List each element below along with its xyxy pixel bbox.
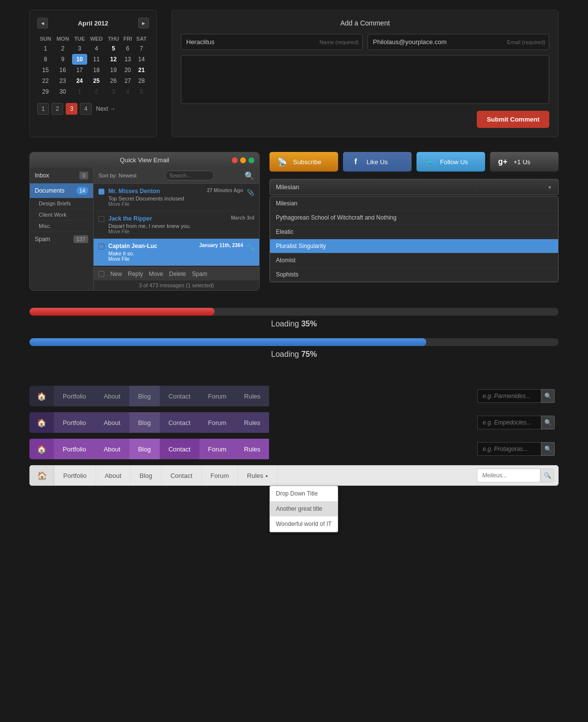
email-checkbox-0[interactable] — [98, 189, 104, 195]
nav-rules-dark[interactable]: Rules — [235, 386, 269, 406]
nav-forum-purple-bright[interactable]: Forum — [199, 439, 236, 459]
inbox-item[interactable]: Inbox 0 — [30, 168, 93, 183]
nav-blog-light[interactable]: Blog — [131, 466, 162, 485]
calendar-day[interactable]: 15 — [37, 65, 54, 75]
subscribe-button[interactable]: 📡 Subscribe — [270, 152, 338, 172]
nav-search-btn-purple-dark[interactable]: 🔍 — [541, 416, 555, 429]
calendar-next-btn[interactable] — [138, 18, 149, 28]
nav-search-input-purple-bright[interactable] — [477, 442, 541, 456]
calendar-day[interactable]: 9 — [54, 54, 72, 65]
calendar-day[interactable]: 12 — [105, 54, 122, 65]
dropdown-item-0[interactable]: Milesian — [270, 197, 558, 211]
email-checkbox-2[interactable] — [98, 244, 104, 249]
dropdown-nav-item-2[interactable]: Another great title — [270, 501, 338, 517]
dropdown-item-2[interactable]: Eleatic — [270, 225, 558, 239]
calendar-day[interactable]: 21 — [134, 65, 149, 75]
spam-email-btn[interactable]: Spam — [192, 271, 207, 277]
page-btn-1[interactable]: 1 — [37, 103, 49, 115]
nav-search-btn-purple-bright[interactable]: 🔍 — [541, 442, 555, 456]
nav-contact-dark[interactable]: Contact — [160, 386, 199, 406]
nav-blog-purple-dark[interactable]: Blog — [129, 412, 160, 433]
nav-portfolio-purple-dark[interactable]: Portfolio — [54, 412, 95, 433]
nav-forum-dark[interactable]: Forum — [199, 386, 236, 406]
calendar-day[interactable]: 17 — [72, 65, 88, 75]
dropdown-item-5[interactable]: Sophists — [270, 268, 558, 282]
nav-rules-purple-dark[interactable]: Rules — [235, 412, 269, 433]
nav-search-btn-light[interactable]: 🔍 — [540, 469, 554, 482]
nav-home-light[interactable]: 🏠 — [30, 466, 54, 485]
documents-folder[interactable]: Documents 14 — [30, 183, 93, 198]
client-work-folder[interactable]: Client Work — [30, 209, 93, 221]
calendar-day[interactable]: 11 — [87, 54, 105, 65]
nav-blog-purple-bright[interactable]: Blog — [129, 439, 160, 459]
pagination-next-btn[interactable]: Next → — [96, 105, 116, 112]
email-search-icon[interactable]: 🔍 — [245, 171, 254, 180]
email-search-input[interactable] — [165, 171, 214, 180]
misc-folder[interactable]: Misc. — [30, 221, 93, 232]
calendar-day[interactable]: 26 — [105, 75, 122, 86]
spam-folder[interactable]: Spam 137 — [30, 232, 93, 247]
calendar-day[interactable]: 10 — [72, 54, 88, 65]
calendar-day[interactable]: 2 — [87, 86, 105, 97]
calendar-day[interactable]: 28 — [134, 75, 149, 86]
calendar-day[interactable]: 18 — [87, 65, 105, 75]
calendar-day[interactable]: 30 — [54, 86, 72, 97]
move-email-btn[interactable]: Move — [149, 271, 163, 277]
close-window-btn[interactable] — [232, 157, 238, 163]
calendar-day[interactable]: 20 — [122, 65, 134, 75]
email-select-all-checkbox[interactable] — [98, 271, 104, 277]
calendar-day[interactable]: 29 — [37, 86, 54, 97]
calendar-day[interactable]: 8 — [37, 54, 54, 65]
calendar-prev-btn[interactable] — [37, 18, 48, 28]
calendar-day[interactable]: 22 — [37, 75, 54, 86]
calendar-day[interactable]: 13 — [122, 54, 134, 65]
page-btn-3[interactable]: 3 — [66, 103, 77, 115]
facebook-button[interactable]: f Like Us — [343, 152, 412, 172]
calendar-day[interactable]: 4 — [87, 43, 105, 54]
dropdown-item-4[interactable]: Atomist — [270, 253, 558, 268]
calendar-day[interactable]: 1 — [72, 86, 88, 97]
email-item-0[interactable]: Mr. Misses Denton27 Minutes AgoTop Secre… — [94, 184, 259, 211]
nav-about-purple-bright[interactable]: About — [95, 439, 129, 459]
email-item-2[interactable]: Captain Jean-LucJanuary 11th, 2364Make i… — [94, 239, 259, 266]
email-checkbox-1[interactable] — [98, 216, 104, 222]
calendar-day[interactable]: 5 — [105, 43, 122, 54]
nav-about-light[interactable]: About — [96, 466, 131, 485]
nav-home-dark[interactable]: 🏠 — [29, 386, 54, 406]
nav-rules-purple-bright[interactable]: Rules — [235, 439, 269, 459]
comment-textarea[interactable] — [181, 55, 549, 104]
calendar-day[interactable]: 5 — [134, 86, 149, 97]
nav-search-input-purple-dark[interactable] — [477, 416, 541, 429]
minimize-window-btn[interactable] — [240, 157, 246, 163]
nav-search-input-dark[interactable] — [477, 389, 541, 403]
email-action-0[interactable]: Move File — [108, 201, 243, 207]
nav-home-purple-bright[interactable]: 🏠 — [29, 439, 54, 459]
email-item-1[interactable]: Jack the RipperMarch 3rdDepart from me, … — [94, 211, 259, 239]
calendar-day[interactable]: 3 — [105, 86, 122, 97]
nav-portfolio-light[interactable]: Portfolio — [54, 466, 96, 485]
new-email-btn[interactable]: New — [110, 271, 122, 277]
nav-forum-light[interactable]: Forum — [202, 466, 239, 485]
nav-search-input-light[interactable] — [477, 469, 540, 482]
calendar-day[interactable]: 19 — [105, 65, 122, 75]
nav-contact-purple-dark[interactable]: Contact — [160, 412, 199, 433]
delete-email-btn[interactable]: Delete — [169, 271, 186, 277]
dropdown-nav-item-1[interactable]: Drop Down Title — [270, 486, 338, 501]
calendar-day[interactable]: 16 — [54, 65, 72, 75]
nav-about-purple-dark[interactable]: About — [95, 412, 129, 433]
calendar-day[interactable]: 7 — [134, 43, 149, 54]
calendar-day[interactable]: 24 — [72, 75, 88, 86]
dropdown-item-1[interactable]: Pythagorean School of Witchcraft and Not… — [270, 211, 558, 225]
calendar-day[interactable]: 1 — [37, 43, 54, 54]
email-action-2[interactable]: Move File — [108, 256, 243, 262]
calendar-day[interactable]: 4 — [122, 86, 134, 97]
dropdown-item-3[interactable]: Pluralist Singularity — [270, 239, 558, 253]
calendar-day[interactable]: 3 — [72, 43, 88, 54]
calendar-day[interactable]: 25 — [87, 75, 105, 86]
nav-contact-purple-bright[interactable]: Contact — [160, 439, 199, 459]
dropdown-nav-item-3[interactable]: Wonderful world of IT — [270, 517, 338, 532]
page-btn-2[interactable]: 2 — [51, 103, 63, 115]
maximize-window-btn[interactable] — [248, 157, 254, 163]
twitter-button[interactable]: 🐦 Follow Us — [416, 152, 485, 172]
nav-portfolio-dark[interactable]: Portfolio — [54, 386, 95, 406]
